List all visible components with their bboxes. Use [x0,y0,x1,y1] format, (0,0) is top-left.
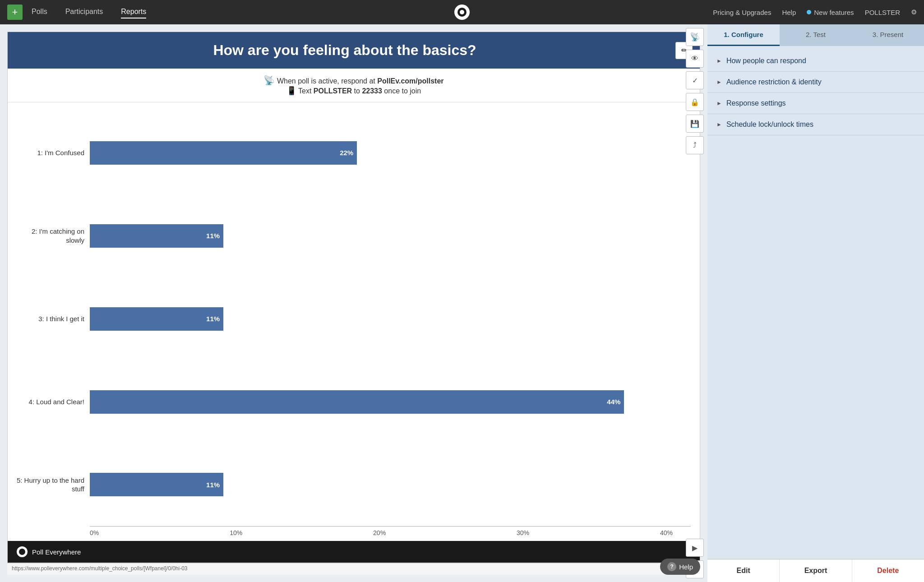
phone-icon: 📱 [286,86,296,95]
nav-polls[interactable]: Polls [32,6,47,18]
poll-footer: Poll Everywhere [8,541,700,563]
accordion-header-response[interactable]: ► Response settings [707,93,924,114]
poll-header: How are you feeling about the basics? ✏ [8,32,700,69]
xaxis-tick-0: 0% [90,529,99,536]
main-layout: How are you feeling about the basics? ✏ … [0,24,924,582]
accordion-item-response: ► Response settings [707,93,924,114]
footer-logo-inner [19,549,25,555]
text-instruction: 📱 Text POLLSTER to 22333 once to join [14,86,693,96]
xaxis-tick-3: 30% [517,529,529,536]
bar-container-4: 11% [90,473,673,496]
add-button[interactable]: + [7,5,23,20]
chevron-icon-3: ► [716,121,722,128]
toolbar-expand-button[interactable]: ⤴ [686,136,704,154]
toolbar-broadcast-button[interactable]: 📡 [686,28,704,46]
accordion: ► How people can respond ► Audience rest… [707,46,924,559]
section-label-0: How people can respond [726,57,806,65]
toolbar-play-button[interactable]: ▶ [686,539,704,557]
bar-fill-1: 11% [90,224,223,248]
accordion-header-audience[interactable]: ► Audience restriction & identity [707,72,924,92]
bar-label-0: 1: I'm Confused [12,148,84,157]
poll-title: How are you feeling about the basics? [17,42,673,59]
status-url: https://www.polleverywhere.com/multiple_… [12,565,188,572]
toolbar-hide-button[interactable]: 👁 [686,50,704,68]
tab-bar: 1. Configure 2. Test 3. Present [707,24,924,46]
text-number: 22333 [362,87,382,95]
edit-button[interactable]: Edit [707,559,779,582]
tab-test[interactable]: 2. Test [780,24,852,46]
check-icon: ✓ [692,76,698,85]
help-link[interactable]: Help [782,9,796,16]
toolbar-lock-button[interactable]: 🔒 [686,93,704,111]
chevron-icon-0: ► [716,58,722,64]
new-features-link[interactable]: New features [807,9,854,16]
bar-value-4: 11% [206,481,220,489]
xaxis-tick-2: 20% [373,529,386,536]
poll-url: PollEv.com/pollster [377,77,444,85]
bar-label-2: 3: I think I get it [12,314,84,323]
respond-instruction: 📡 When poll is active, respond at PollEv… [14,75,693,86]
bar-fill-4: 11% [90,473,223,496]
bar-row-4: 5: Hurry up to the hard stuff11% [12,473,673,496]
bar-chart: 1: I'm Confused22%2: I'm catching on slo… [12,111,691,526]
nav-links: Polls Participants Reports [32,6,713,18]
bar-label-1: 2: I'm catching on slowly [12,227,84,245]
delete-button[interactable]: Delete [852,559,924,582]
right-sidebar: 1. Configure 2. Test 3. Present ► How pe… [707,24,924,582]
bar-value-0: 22% [340,149,353,157]
bar-value-1: 11% [206,232,220,240]
help-circle-icon: ? [667,562,676,571]
chart-area: 1: I'm Confused22%2: I'm catching on slo… [8,102,700,541]
bar-row-3: 4: Loud and Clear!44% [12,390,673,414]
accordion-item-schedule: ► Schedule lock/unlock times [707,114,924,135]
accordion-header-schedule[interactable]: ► Schedule lock/unlock times [707,114,924,135]
bar-value-2: 11% [206,315,220,323]
tab-configure[interactable]: 1. Configure [707,24,780,46]
bar-row-0: 1: I'm Confused22% [12,141,673,165]
accordion-item-how-people: ► How people can respond [707,51,924,72]
expand-icon: ⤴ [693,141,697,149]
section-label-2: Response settings [726,99,786,107]
pricing-link[interactable]: Pricing & Upgrades [713,9,771,16]
bar-row-1: 2: I'm catching on slowly11% [12,224,673,248]
text-keyword: POLLSTER [314,87,352,95]
help-button[interactable]: ? Help [660,559,700,575]
lock-icon: 🔒 [690,98,699,106]
save-icon: 💾 [690,120,699,128]
bar-container-3: 44% [90,390,673,414]
accordion-item-audience: ► Audience restriction & identity [707,72,924,93]
bar-fill-0: 22% [90,141,357,165]
poll-subheader: 📡 When poll is active, respond at PollEv… [8,69,700,102]
bar-fill-3: 44% [90,390,624,414]
footer-brand: Poll Everywhere [32,548,81,556]
bar-container-1: 11% [90,224,673,248]
polleverywhere-logo-icon [454,4,470,20]
toolbar-save-button[interactable]: 💾 [686,115,704,133]
section-label-3: Schedule lock/unlock times [726,120,813,129]
poll-area: How are you feeling about the basics? ✏ … [0,24,707,582]
wifi-icon: 📡 [263,75,275,85]
settings-icon[interactable]: ⚙ [911,8,917,16]
nav-reports[interactable]: Reports [121,6,146,18]
chart-xaxis: 0%10%20%30%40% [90,526,691,536]
account-name[interactable]: POLLSTER [865,9,900,16]
action-bar: Edit Export Delete [707,559,924,582]
poll-card: How are you feeling about the basics? ✏ … [7,32,700,563]
top-nav: + Polls Participants Reports Pricing & U… [0,0,924,24]
play-icon: ▶ [692,544,698,552]
bar-container-0: 22% [90,141,673,165]
right-toolbar: 📡 👁 ✓ 🔒 💾 ⤴ ▶ ◀ [682,24,707,582]
chevron-icon-2: ► [716,100,722,106]
xaxis-tick-1: 10% [230,529,242,536]
bar-row-2: 3: I think I get it11% [12,307,673,331]
nav-participants[interactable]: Participants [65,6,103,18]
new-features-dot [807,10,811,14]
export-button[interactable]: Export [779,559,851,582]
tab-present[interactable]: 3. Present [852,24,924,46]
svg-point-2 [460,10,464,14]
accordion-header-how-people[interactable]: ► How people can respond [707,51,924,71]
bar-label-3: 4: Loud and Clear! [12,397,84,406]
section-label-1: Audience restriction & identity [726,78,822,86]
toolbar-check-button[interactable]: ✓ [686,71,704,89]
nav-right: Pricing & Upgrades Help New features POL… [713,8,917,16]
